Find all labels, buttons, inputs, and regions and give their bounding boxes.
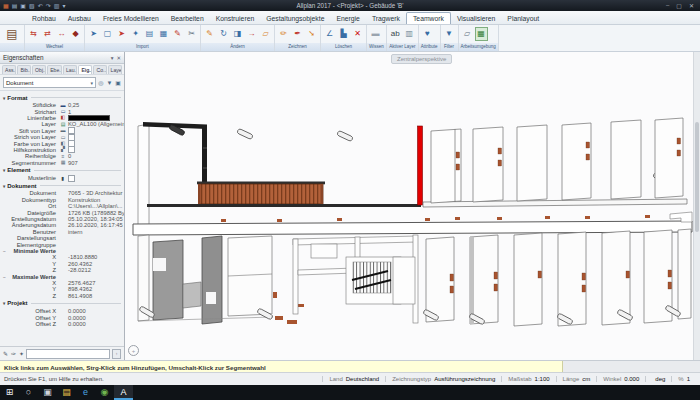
toolbar-icon[interactable]: ▼: [443, 27, 456, 41]
menu-tab[interactable]: Tragwerk: [366, 13, 406, 24]
toolbar-icon[interactable]: ✏: [277, 27, 290, 41]
window-button[interactable]: –: [666, 2, 669, 9]
taskbar-icon[interactable]: ▣: [38, 385, 57, 400]
palette-header-icon[interactable]: ▾: [111, 55, 114, 61]
toolbar-icon[interactable]: ↻: [217, 27, 230, 41]
toolbar-icon[interactable]: ▱: [461, 27, 474, 41]
view-navigation-icon[interactable]: [128, 345, 139, 356]
property-value[interactable]: intern: [67, 229, 124, 235]
menu-tab[interactable]: Teamwork: [406, 12, 451, 24]
property-value[interactable]: 260.4362: [67, 261, 124, 267]
section-header-projekt[interactable]: Projekt: [0, 299, 124, 308]
toolbar-icon[interactable]: ▱: [259, 27, 272, 41]
titlebar-icon[interactable]: ▦: [3, 3, 9, 9]
taskbar-icon[interactable]: ▤: [57, 385, 76, 400]
palette-tool-icon[interactable]: ▼: [106, 80, 112, 86]
vertical-scrollbar[interactable]: [693, 52, 700, 360]
property-row[interactable]: Segmentnummer ▦ 907: [0, 160, 124, 166]
property-value[interactable]: Konstruktion: [67, 197, 124, 203]
toolbar-icon[interactable]: ➤: [87, 27, 100, 41]
property-value[interactable]: 907: [67, 160, 124, 166]
toolbar-icon[interactable]: ◨: [231, 27, 244, 41]
section-header-dokument[interactable]: Dokument: [0, 181, 124, 190]
menu-tab[interactable]: Energie: [330, 13, 365, 24]
status-field[interactable]: deg: [645, 376, 671, 382]
status-field[interactable]: Winkel 0.000: [596, 376, 645, 382]
palette-tab[interactable]: Lau...: [63, 65, 77, 74]
palette-footer-icon[interactable]: ✎: [3, 351, 8, 357]
palette-tab[interactable]: Co...: [93, 65, 106, 74]
menu-tab[interactable]: Planlayout: [501, 13, 545, 24]
toolbar-icon[interactable]: ✒: [291, 27, 304, 41]
property-value[interactable]: -1810.8880: [67, 254, 124, 260]
palette-tool-icon[interactable]: ▣: [115, 80, 121, 86]
property-value[interactable]: 2576.4627: [67, 280, 124, 286]
property-value[interactable]: 0.0000: [67, 308, 124, 314]
menu-tab[interactable]: Konstruieren: [210, 13, 261, 24]
palette-header[interactable]: Eigenschaften ▾✕: [0, 52, 124, 64]
toolbar-icon[interactable]: ⇄: [41, 27, 54, 41]
property-row[interactable]: Offset Z 0.0000: [0, 321, 124, 327]
menu-tab[interactable]: Freies Modellieren: [97, 13, 165, 24]
spinner[interactable]: [112, 349, 121, 359]
toolbar-icon[interactable]: ▤: [2, 27, 22, 41]
checkbox[interactable]: [68, 175, 75, 182]
property-value[interactable]: 0: [67, 153, 124, 159]
toolbar-icon[interactable]: ab: [389, 27, 402, 41]
toolbar-icon[interactable]: ▬: [369, 27, 382, 41]
drawing-viewport[interactable]: Zentralperspektive: [125, 52, 700, 360]
property-value[interactable]: 0.0000: [67, 321, 124, 327]
toolbar-icon[interactable]: ✎: [171, 27, 184, 41]
color-swatch[interactable]: [68, 115, 110, 121]
palette-input[interactable]: [26, 349, 110, 359]
status-field[interactable]: Länge cm: [556, 376, 597, 382]
status-field[interactable]: Land Deutschland: [322, 376, 385, 382]
toolbar-icon[interactable]: ▦: [157, 27, 170, 41]
property-value[interactable]: 861.4908: [67, 293, 124, 299]
titlebar-icon[interactable]: ↶: [38, 3, 43, 9]
titlebar-icon[interactable]: ▣: [20, 3, 26, 9]
toolbar-icon[interactable]: ✦: [129, 27, 142, 41]
toolbar-icon[interactable]: ✎: [203, 27, 216, 41]
menu-tab[interactable]: Rohbau: [26, 13, 62, 24]
titlebar-icon[interactable]: ↷: [46, 3, 51, 9]
status-field[interactable]: % 1: [671, 376, 696, 382]
palette-tab[interactable]: Ebe...: [47, 65, 62, 74]
property-value[interactable]: -28.0212: [67, 267, 124, 273]
taskbar-icon[interactable]: e: [76, 385, 95, 400]
window-button[interactable]: ✕: [689, 2, 694, 9]
property-value[interactable]: C:\Users\...\Allplan\...: [67, 203, 124, 209]
titlebar-icon[interactable]: ▤: [12, 3, 18, 9]
toolbar-icon[interactable]: ⇆: [27, 27, 40, 41]
property-value[interactable]: 7065 - 3D Architektur: [67, 190, 124, 196]
taskbar-icon[interactable]: ⊞: [0, 385, 19, 400]
property-value[interactable]: KO_AL100 (Allgemein00): [67, 121, 124, 127]
toolbar-icon[interactable]: ♥: [421, 27, 434, 41]
taskbar-icon[interactable]: A: [114, 385, 133, 400]
menu-tab[interactable]: Visualisieren: [451, 13, 501, 24]
toolbar-icon[interactable]: ➘: [305, 27, 318, 41]
property-value[interactable]: 898.4362: [67, 286, 124, 292]
section-header-element[interactable]: Element: [0, 166, 124, 175]
toolbar-icon[interactable]: ▥: [403, 27, 416, 41]
property-value[interactable]: 1726 KB (1789882 Bytes): [67, 210, 124, 216]
toolbar-icon[interactable]: ▤: [143, 27, 156, 41]
toolbar-icon[interactable]: ➤: [115, 27, 128, 41]
property-value[interactable]: 0.0000: [67, 315, 124, 321]
property-value[interactable]: 1: [67, 109, 124, 115]
titlebar-icon[interactable]: ▾: [62, 3, 65, 9]
titlebar-icon[interactable]: ▥: [54, 3, 60, 9]
menu-tab[interactable]: Bearbeiten: [165, 13, 210, 24]
palette-tab[interactable]: Layer: [108, 65, 122, 74]
palette-tab[interactable]: Eig...: [78, 65, 92, 74]
toolbar-icon[interactable]: ✂: [185, 27, 198, 41]
toolbar-icon[interactable]: ◆: [69, 27, 82, 41]
window-button[interactable]: ▢: [676, 2, 682, 9]
status-field[interactable]: Maßstab 1:100: [501, 376, 555, 382]
palette-header-icon[interactable]: ✕: [116, 55, 121, 61]
toolbar-icon[interactable]: ▦: [475, 27, 488, 41]
taskbar-icon[interactable]: ◉: [95, 385, 114, 400]
menu-tab[interactable]: Ausbau: [62, 13, 97, 24]
status-field[interactable]: Zeichnungstyp Ausführungszeichnung: [385, 376, 501, 382]
toolbar-icon[interactable]: →: [245, 27, 258, 41]
